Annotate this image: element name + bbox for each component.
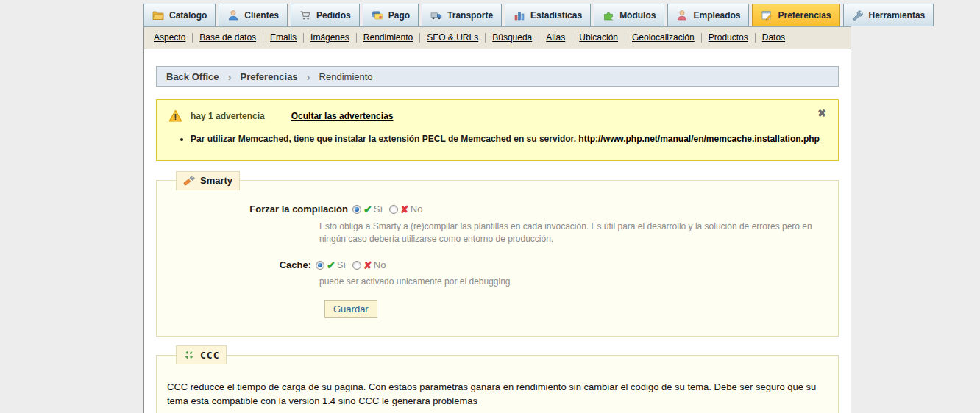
radio-yes[interactable] bbox=[352, 205, 361, 214]
submenu-aspecto[interactable]: Aspecto bbox=[154, 32, 185, 43]
radio-no[interactable] bbox=[352, 261, 361, 270]
smarty-legend: Smarty bbox=[176, 171, 240, 190]
tab-label: Preferencias bbox=[778, 10, 831, 21]
cache-label: Cache: bbox=[167, 259, 316, 271]
submenu-seo-urls[interactable]: SEO & URLs bbox=[427, 32, 478, 43]
cache-row: Cache: Sí No bbox=[167, 259, 828, 271]
yes-label: Sí bbox=[374, 204, 383, 215]
tab-label: Catálogo bbox=[169, 10, 207, 21]
ccc-section: CCC CCC reducce el tiempo de carga de su… bbox=[156, 345, 839, 413]
tab-empleados[interactable]: Empleados bbox=[667, 4, 749, 26]
cross-icon bbox=[363, 260, 372, 270]
submenu-busqueda[interactable]: Búsqueda bbox=[492, 32, 532, 43]
submenu-imagenes[interactable]: Imágenes bbox=[310, 32, 349, 43]
chevron-right-icon bbox=[228, 71, 232, 83]
payment-icon bbox=[372, 10, 383, 21]
tab-pago[interactable]: Pago bbox=[363, 4, 419, 26]
tab-label: Transporte bbox=[447, 10, 493, 21]
main-tab-bar: Catálogo Clientes Pedidos Pago Transport… bbox=[143, 2, 934, 26]
force-compile-radios: Sí No bbox=[352, 204, 422, 215]
employee-icon bbox=[676, 10, 688, 21]
warning-item-link[interactable]: http://www.php.net/manual/en/memcache.in… bbox=[578, 134, 820, 144]
yes-label: Sí bbox=[337, 259, 346, 270]
submenu-base-de-datos[interactable]: Base de datos bbox=[199, 32, 256, 43]
truck-icon bbox=[430, 10, 442, 21]
tools-icon bbox=[852, 10, 864, 21]
force-compile-description: Esto obliga a Smarty a (re)compilar las … bbox=[319, 220, 821, 246]
warning-count-text: hay 1 advertencia bbox=[191, 111, 265, 121]
module-icon bbox=[603, 10, 614, 21]
radio-yes[interactable] bbox=[316, 261, 324, 270]
submenu-productos[interactable]: Productos bbox=[709, 32, 748, 43]
radio-no[interactable] bbox=[389, 205, 398, 214]
close-icon[interactable] bbox=[817, 107, 826, 119]
tab-modulos[interactable]: Módulos bbox=[594, 4, 664, 26]
smarty-section: Smarty Forzar la compilación Sí No Esto … bbox=[156, 171, 839, 337]
preferences-icon bbox=[761, 10, 773, 21]
cache-radios: Sí No bbox=[316, 259, 386, 270]
hide-warnings-link[interactable]: Ocultar las advertencias bbox=[291, 111, 394, 121]
force-compile-row: Forzar la compilación Sí No bbox=[167, 204, 828, 215]
breadcrumb-back-office[interactable]: Back Office bbox=[166, 71, 219, 82]
tab-label: Herramientas bbox=[869, 10, 926, 21]
ccc-description: CCC reducce el tiempo de carga de su pag… bbox=[167, 381, 828, 409]
tab-transporte[interactable]: Transporte bbox=[422, 4, 502, 26]
breadcrumb: Back Office Preferencias Rendimiento bbox=[156, 66, 839, 87]
ccc-legend: CCC bbox=[176, 345, 227, 364]
tab-clientes[interactable]: Clientes bbox=[219, 4, 288, 26]
submenu-alias[interactable]: Alias bbox=[546, 32, 565, 43]
tab-pedidos[interactable]: Pedidos bbox=[291, 4, 360, 26]
tab-catalogo[interactable]: Catálogo bbox=[143, 4, 216, 26]
chevron-right-icon bbox=[307, 71, 310, 83]
folder-icon bbox=[152, 10, 164, 21]
warning-item: Par utilizar Memcached, tiene que instal… bbox=[191, 133, 826, 146]
breadcrumb-preferencias[interactable]: Preferencias bbox=[241, 71, 298, 82]
smarty-legend-label: Smarty bbox=[200, 175, 232, 186]
submenu-rendimiento[interactable]: Rendimiento bbox=[363, 32, 413, 43]
warning-triangle-icon bbox=[168, 109, 182, 122]
cross-icon bbox=[400, 204, 409, 215]
tab-estadisticas[interactable]: Estadísticas bbox=[505, 4, 591, 26]
submenu-emails[interactable]: Emails bbox=[270, 32, 297, 43]
tab-label: Clientes bbox=[244, 10, 279, 21]
warning-box: hay 1 advertencia Ocultar las advertenci… bbox=[156, 99, 839, 161]
submenu-geolocalizacion[interactable]: Geolocalización bbox=[632, 32, 695, 43]
tab-label: Empleados bbox=[693, 10, 740, 21]
tab-label: Módulos bbox=[619, 10, 656, 21]
cache-description: puede ser activado unicamente por el deb… bbox=[319, 276, 821, 288]
warning-list: Par utilizar Memcached, tiene que instal… bbox=[168, 133, 826, 146]
tab-label: Estadísticas bbox=[530, 10, 582, 21]
compress-arrows-icon bbox=[183, 349, 195, 361]
force-compile-label: Forzar la compilación bbox=[167, 204, 352, 215]
page-content: Back Office Preferencias Rendimiento hay… bbox=[144, 49, 851, 413]
breadcrumb-rendimiento: Rendimiento bbox=[319, 71, 373, 82]
submenu-datos[interactable]: Datos bbox=[762, 32, 785, 43]
main-panel: Aspecto Base de datos Emails Imágenes Re… bbox=[143, 26, 851, 413]
no-label: No bbox=[374, 259, 386, 270]
save-button[interactable]: Guardar bbox=[324, 300, 377, 318]
tab-preferencias[interactable]: Preferencias bbox=[752, 4, 839, 26]
check-icon bbox=[327, 260, 335, 270]
tab-label: Pago bbox=[388, 10, 410, 21]
screwdriver-icon bbox=[183, 175, 195, 187]
cart-icon bbox=[299, 10, 311, 21]
preferences-submenu: Aspecto Base de datos Emails Imágenes Re… bbox=[144, 26, 851, 49]
stats-icon bbox=[514, 10, 525, 21]
check-icon bbox=[363, 204, 372, 215]
no-label: No bbox=[411, 204, 423, 215]
submenu-ubicacion[interactable]: Ubicación bbox=[579, 32, 618, 43]
tab-label: Pedidos bbox=[316, 10, 351, 21]
warning-item-text: Par utilizar Memcached, tiene que instal… bbox=[191, 134, 576, 144]
ccc-legend-label: CCC bbox=[200, 350, 219, 361]
customer-icon bbox=[227, 10, 239, 21]
tab-herramientas[interactable]: Herramientas bbox=[843, 4, 934, 26]
